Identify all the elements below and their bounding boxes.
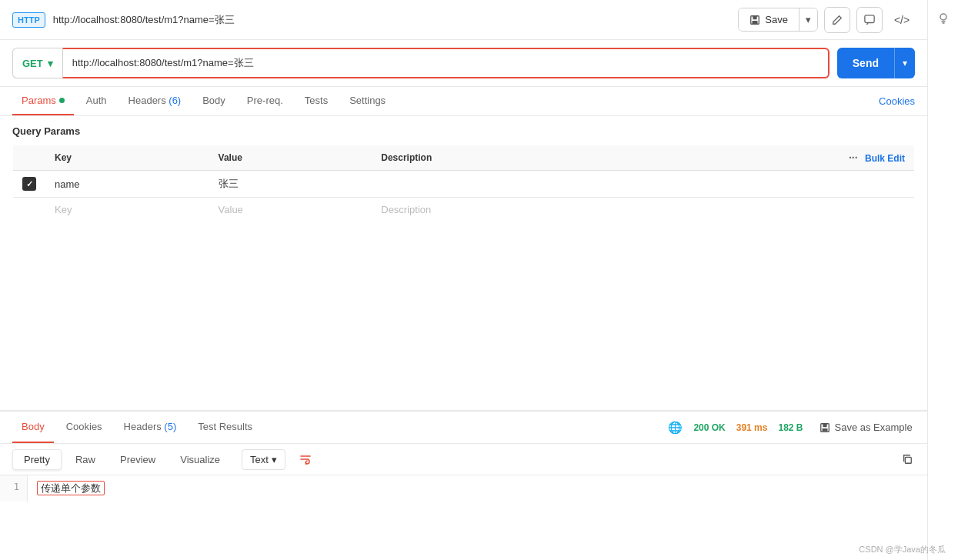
save-button[interactable]: Save	[739, 8, 799, 31]
th-actions: ··· Bulk Edit	[633, 145, 915, 171]
save-example-icon	[819, 422, 830, 433]
th-dots: ···	[849, 152, 858, 164]
edit-button[interactable]	[824, 7, 850, 33]
cookies-link[interactable]: Cookies	[879, 88, 915, 115]
tab-headers[interactable]: Headers (6)	[119, 87, 191, 115]
table-row: name 张三	[13, 171, 915, 198]
request-tabs: Params Auth Headers (6) Body Pre-req. Te…	[0, 87, 927, 116]
empty-description[interactable]: Description	[372, 198, 632, 222]
format-select[interactable]: Text ▾	[242, 449, 285, 470]
row-actions	[633, 171, 915, 198]
tab-headers-label: Headers (6)	[129, 95, 182, 106]
tab-body[interactable]: Body	[193, 87, 235, 115]
tab-tests[interactable]: Tests	[295, 87, 337, 115]
line-numbers: 1	[0, 475, 28, 502]
top-url: http://localhost:8080/test/m1?name=张三	[53, 13, 731, 27]
rc-tab-preview[interactable]: Preview	[109, 450, 166, 469]
tab-body-label: Body	[202, 95, 225, 106]
row-value[interactable]: 张三	[209, 171, 372, 198]
params-table: Key Value Description ··· Bulk Edit name…	[12, 145, 915, 222]
th-checkbox	[13, 145, 46, 171]
svg-rect-6	[823, 428, 828, 431]
edit-icon	[832, 15, 843, 25]
rtab-test-results-label: Test Results	[198, 421, 252, 432]
response-highlighted-text: 传递单个参数	[37, 481, 105, 495]
rtab-headers[interactable]: Headers (5)	[115, 412, 186, 443]
rtab-headers-label: Headers (5)	[124, 421, 177, 432]
query-params-section: Query Params Key Value Description ··· B…	[0, 116, 927, 222]
save-btn-group: Save ▾	[738, 8, 818, 32]
svg-rect-5	[823, 423, 827, 426]
send-button[interactable]: Send	[837, 48, 894, 78]
rc-tab-visualize[interactable]: Visualize	[169, 450, 231, 469]
tab-settings[interactable]: Settings	[340, 87, 395, 115]
rtab-body-label: Body	[22, 421, 45, 432]
wrap-button[interactable]	[295, 448, 316, 470]
code-content: 传递单个参数	[28, 475, 958, 502]
table-row-empty: Key Value Description	[13, 198, 915, 222]
top-actions: Save ▾ </>	[738, 7, 915, 33]
response-content-tabs: Pretty Raw Preview Visualize Text ▾	[0, 444, 958, 475]
send-btn-group: Send ▾	[837, 48, 915, 78]
th-key: Key	[45, 145, 209, 171]
response-text: 传递单个参数	[37, 481, 105, 495]
http-badge: HTTP	[12, 12, 45, 28]
comment-button[interactable]	[856, 7, 883, 33]
url-bar: GET ▾ Send ▾	[0, 40, 927, 87]
save-chevron-button[interactable]: ▾	[799, 8, 817, 31]
tab-prereq-label: Pre-req.	[247, 95, 283, 106]
rtab-test-results[interactable]: Test Results	[189, 412, 262, 443]
tab-settings-label: Settings	[349, 95, 386, 106]
code-button[interactable]: </>	[889, 7, 915, 33]
empty-value[interactable]: Value	[209, 198, 372, 222]
url-input[interactable]	[63, 52, 828, 75]
method-chevron: ▾	[48, 58, 53, 69]
empty-actions	[633, 198, 915, 222]
svg-point-10	[940, 14, 946, 20]
lightbulb-icon	[937, 12, 950, 25]
save-icon	[749, 15, 760, 25]
send-chevron-button[interactable]: ▾	[894, 48, 915, 78]
method-label: GET	[22, 58, 43, 69]
comment-icon	[864, 15, 875, 25]
tab-auth-label: Auth	[86, 95, 107, 106]
params-dot	[59, 98, 65, 103]
tab-tests-label: Tests	[305, 95, 328, 106]
rtab-body[interactable]: Body	[12, 412, 54, 443]
rc-tab-pretty[interactable]: Pretty	[12, 449, 62, 470]
rc-tab-raw[interactable]: Raw	[65, 450, 106, 469]
response-tabs-bar: Body Cookies Headers (5) Test Results 🌐 …	[0, 412, 958, 444]
row-checkbox-cell	[13, 171, 46, 198]
bulk-edit-button[interactable]: Bulk Edit	[865, 153, 905, 164]
sidebar-lightbulb-icon[interactable]	[933, 8, 954, 29]
method-select[interactable]: GET ▾	[12, 48, 62, 78]
code-label: </>	[894, 14, 910, 26]
th-description: Description	[372, 145, 632, 171]
format-label: Text	[250, 454, 269, 465]
save-label: Save	[765, 14, 788, 25]
checkbox-checked[interactable]	[22, 177, 36, 191]
row-key[interactable]: name	[45, 171, 209, 198]
tab-params-label: Params	[22, 95, 56, 106]
wrap-icon	[299, 453, 312, 465]
response-size: 182 B	[778, 422, 803, 433]
url-input-wrapper	[62, 48, 829, 78]
query-params-title: Query Params	[12, 125, 915, 137]
copy-button[interactable]	[896, 448, 918, 470]
top-bar: HTTP http://localhost:8080/test/m1?name=…	[0, 0, 927, 40]
copy-icon	[902, 454, 913, 465]
tab-prereq[interactable]: Pre-req.	[238, 87, 292, 115]
save-example-label: Save as Example	[834, 422, 912, 433]
empty-key[interactable]: Key	[45, 198, 209, 222]
right-sidebar	[927, 0, 958, 560]
tab-auth[interactable]: Auth	[77, 87, 116, 115]
response-meta: 🌐 200 OK 391 ms 182 B Save as Example ··…	[668, 418, 946, 438]
rtab-cookies[interactable]: Cookies	[57, 412, 112, 443]
globe-icon: 🌐	[668, 421, 683, 435]
row-description[interactable]	[372, 171, 632, 198]
watermark: CSDN @学Java的冬瓜	[859, 544, 946, 555]
tab-params[interactable]: Params	[12, 87, 74, 115]
save-example-button[interactable]: Save as Example	[813, 418, 918, 436]
format-chevron: ▾	[272, 454, 277, 465]
th-value: Value	[209, 145, 372, 171]
